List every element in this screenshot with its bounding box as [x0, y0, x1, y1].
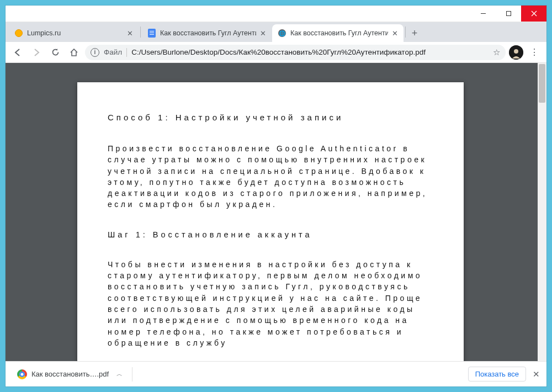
show-all-downloads-button[interactable]: Показать все — [468, 367, 526, 382]
profile-avatar[interactable] — [509, 45, 523, 60]
tab-separator — [405, 27, 406, 38]
url-scheme-label: Файл — [104, 48, 122, 56]
info-icon[interactable]: i — [91, 48, 99, 57]
bookmark-icon[interactable]: ☆ — [493, 47, 500, 57]
browser-window: Lumpics.ru ✕ Как восстановить Гугл Аутен… — [6, 6, 546, 386]
window-close-button[interactable] — [521, 6, 546, 22]
pdf-page: Способ 1: Настройки учетной записи Произ… — [77, 82, 464, 361]
pdf-viewport[interactable]: Способ 1: Настройки учетной записи Произ… — [6, 63, 546, 361]
svg-rect-1 — [506, 12, 511, 16]
doc-paragraph: Произвести восстановление Google Authent… — [108, 143, 433, 210]
scrollbar-thumb[interactable] — [539, 64, 545, 103]
window-maximize-button[interactable] — [496, 6, 521, 22]
tab-close-icon[interactable]: ✕ — [260, 29, 266, 38]
svg-point-5 — [514, 49, 518, 54]
tab-title: Как восстановить Гугл Аутентис — [290, 29, 388, 37]
favicon-orange-icon — [14, 29, 23, 38]
tab-separator — [140, 27, 141, 38]
download-item[interactable]: Как восстановить….pdf ︿ — [12, 367, 128, 382]
chrome-icon — [17, 369, 27, 379]
favicon-globe-icon: 🌐 — [278, 29, 286, 38]
vertical-scrollbar[interactable] — [538, 63, 546, 361]
download-separator — [132, 367, 132, 382]
tab-strip: Lumpics.ru ✕ Как восстановить Гугл Аутен… — [6, 22, 546, 42]
menu-button[interactable]: ⋮ — [527, 47, 542, 57]
address-bar[interactable]: i Файл C:/Users/Burlone/Desktop/Docs/Как… — [85, 45, 506, 60]
close-downloads-bar-icon[interactable]: ✕ — [533, 369, 540, 379]
back-button[interactable] — [10, 45, 25, 60]
home-button[interactable] — [66, 45, 82, 60]
window-titlebar — [6, 6, 546, 22]
tab-gdoc[interactable]: Как восстановить Гугл Аутентис ✕ — [142, 24, 272, 42]
chevron-up-icon[interactable]: ︿ — [116, 370, 123, 378]
reload-button[interactable] — [47, 45, 63, 60]
tab-close-icon[interactable]: ✕ — [127, 29, 133, 38]
downloads-bar: Как восстановить….pdf ︿ Показать все ✕ — [6, 361, 546, 386]
doc-heading-2: Шаг 1: Восстановление аккаунта — [108, 230, 433, 239]
download-filename: Как восстановить….pdf — [31, 370, 109, 378]
tab-title: Lumpics.ru — [27, 29, 123, 37]
tab-pdf[interactable]: 🌐 Как восстановить Гугл Аутентис ✕ — [272, 24, 404, 42]
favicon-doc-icon — [147, 29, 156, 38]
forward-button[interactable] — [29, 45, 44, 60]
doc-paragraph: Чтобы внести изменения в настройки без д… — [108, 259, 433, 348]
url-text: C:/Users/Burlone/Desktop/Docs/Как%20восс… — [131, 48, 489, 56]
tab-title: Как восстановить Гугл Аутентис — [160, 29, 256, 37]
tab-lumpics[interactable]: Lumpics.ru ✕ — [9, 24, 139, 42]
doc-heading-1: Способ 1: Настройки учетной записи — [108, 113, 433, 122]
window-minimize-button[interactable] — [470, 6, 496, 22]
toolbar: i Файл C:/Users/Burlone/Desktop/Docs/Как… — [6, 42, 546, 63]
url-separator — [126, 48, 127, 57]
new-tab-button[interactable]: + — [407, 24, 422, 42]
tab-close-icon[interactable]: ✕ — [392, 29, 398, 38]
